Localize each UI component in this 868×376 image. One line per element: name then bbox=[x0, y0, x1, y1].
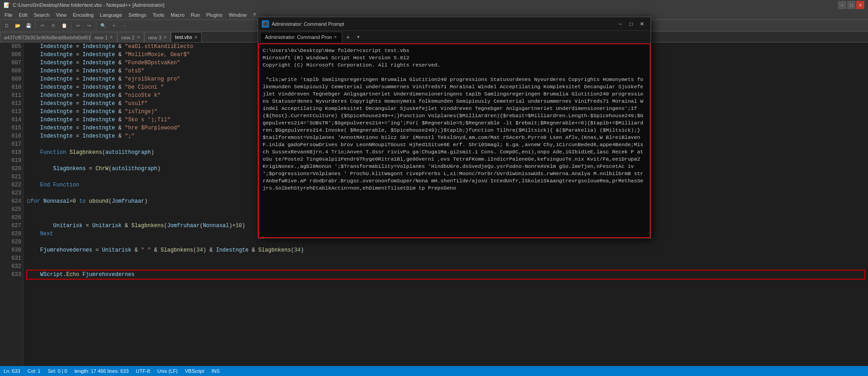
toolbar-sep-1 bbox=[35, 22, 36, 30]
status-sel: Sel: 0 | 0 bbox=[47, 368, 67, 374]
close-button[interactable]: ✕ bbox=[856, 1, 864, 9]
line-num-611: 611 bbox=[4, 91, 21, 100]
line-num-619: 619 bbox=[4, 157, 21, 165]
menu-encoding[interactable]: Encoding bbox=[70, 11, 96, 19]
code-line-632 bbox=[27, 262, 864, 271]
cmd-tab-main[interactable]: Administrator: Command Pron ✕ bbox=[260, 32, 342, 43]
tab-new3-label: new 3 bbox=[148, 35, 161, 40]
toolbar-sep-2 bbox=[71, 22, 71, 30]
line-num-627: 627 bbox=[4, 222, 21, 230]
tab-new3-close[interactable]: ✕ bbox=[163, 35, 167, 40]
tab-new1-label: new 1 bbox=[94, 35, 108, 40]
line-num-605: 605 bbox=[4, 43, 21, 51]
tab-testvbs-close[interactable]: ✕ bbox=[194, 35, 198, 40]
cmd-maximize-button[interactable]: □ bbox=[626, 19, 636, 29]
cmd-tab-dropdown-button[interactable]: ▾ bbox=[354, 33, 363, 42]
code-line-633: WScript.Echo Fjumrehovedernes bbox=[27, 271, 864, 279]
save-button[interactable]: 💾 bbox=[24, 21, 33, 31]
status-line: Ln: 633 bbox=[4, 368, 20, 374]
menu-settings[interactable]: Settings bbox=[126, 11, 149, 19]
cmd-window: ⬛ Administrator: Command Prompt − □ ✕ Ad… bbox=[258, 17, 651, 238]
paste-button[interactable]: 📋 bbox=[59, 21, 69, 31]
cmd-title-left: ⬛ Administrator: Command Prompt bbox=[262, 20, 344, 28]
tab-testvbs[interactable]: test.vbs ✕ bbox=[171, 32, 202, 42]
cmd-line-4 bbox=[263, 69, 646, 76]
line-num-621: 621 bbox=[4, 173, 21, 181]
status-bar: Ln: 633 Col: 1 Sel: 0 | 0 length: 17 466… bbox=[0, 366, 868, 376]
line-num-618: 618 bbox=[4, 148, 21, 157]
title-bar-left: 📝 C:\Users\0x\Desktop\New folder\test.vb… bbox=[4, 2, 165, 8]
line-num-607: 607 bbox=[4, 59, 21, 67]
toolbar-sep-3 bbox=[96, 22, 96, 30]
line-num-606: 606 bbox=[4, 51, 21, 59]
cmd-new-tab-button[interactable]: + bbox=[343, 32, 353, 42]
line-num-610: 610 bbox=[4, 83, 21, 91]
tab-ps1[interactable]: a437cf672b353e906d8eddfbeb9d0ef01f11fa1f… bbox=[0, 32, 90, 42]
tab-new2-close[interactable]: ✕ bbox=[137, 35, 140, 40]
menu-plugins[interactable]: Plugins bbox=[203, 11, 225, 19]
line-num-628: 628 bbox=[4, 230, 21, 238]
tab-ps1-label: a437cf672b353e906d8eddfbeb9d0ef01f11fa1f… bbox=[4, 35, 90, 40]
open-button[interactable]: 📂 bbox=[13, 21, 23, 31]
line-num-617: 617 bbox=[4, 140, 21, 148]
line-num-620: 620 bbox=[4, 165, 21, 173]
zoom-out-button[interactable]: - bbox=[120, 21, 130, 31]
line-num-624: 624 bbox=[4, 197, 21, 205]
cmd-tab-close-icon[interactable]: ✕ bbox=[334, 35, 337, 39]
menu-file[interactable]: File bbox=[2, 11, 15, 19]
line-num-623: 623 bbox=[4, 189, 21, 197]
window-title: C:\Users\0x\Desktop\New folder\test.vbs … bbox=[13, 2, 165, 8]
code-line-630: Fjumrehovedernes = Unitarisk & " " & Sla… bbox=[27, 246, 864, 254]
cmd-line-2: Microsoft (R) Windows Script Host Versio… bbox=[263, 54, 646, 62]
tab-new1-close[interactable]: ✕ bbox=[109, 35, 113, 40]
line-numbers: 605 606 607 608 609 610 611 612 613 614 … bbox=[0, 43, 24, 376]
cmd-line-1: C:\Users\0x\Desktop\New folder>cscript t… bbox=[263, 47, 646, 54]
tab-new3[interactable]: new 3 ✕ bbox=[144, 32, 171, 42]
tab-new2[interactable]: new 2 ✕ bbox=[117, 32, 144, 42]
menu-language[interactable]: Language bbox=[97, 11, 125, 19]
menu-view[interactable]: View bbox=[53, 11, 70, 19]
tab-new1[interactable]: new 1 ✕ bbox=[90, 32, 117, 42]
status-col: Col: 1 bbox=[28, 368, 41, 374]
line-num-631: 631 bbox=[4, 254, 21, 262]
menu-window[interactable]: Window bbox=[226, 11, 249, 19]
redo-button[interactable]: ↪ bbox=[84, 21, 94, 31]
line-num-622: 622 bbox=[4, 181, 21, 189]
menu-tools[interactable]: Tools bbox=[150, 11, 167, 19]
zoom-in-button[interactable]: + bbox=[109, 21, 119, 31]
cmd-line-3: Copyright (C) Microsoft Corporation. All… bbox=[263, 62, 646, 69]
status-encoding: UTF-8 bbox=[136, 368, 150, 374]
cmd-title-bar: ⬛ Administrator: Command Prompt − □ ✕ bbox=[258, 17, 651, 31]
line-num-632: 632 bbox=[4, 262, 21, 271]
menu-macro[interactable]: Macro bbox=[168, 11, 187, 19]
cut-button[interactable]: ✂ bbox=[38, 21, 47, 31]
line-num-608: 608 bbox=[4, 67, 21, 75]
cmd-minimize-button[interactable]: − bbox=[615, 19, 625, 29]
status-length: length: 17 466 lines: 633 bbox=[75, 368, 129, 374]
minimize-button[interactable]: − bbox=[838, 1, 846, 9]
new-button[interactable]: 🗋 bbox=[2, 21, 12, 31]
title-bar-controls: − □ ✕ bbox=[838, 1, 864, 9]
cmd-controls: − □ ✕ bbox=[615, 19, 647, 29]
line-num-629: 629 bbox=[4, 238, 21, 246]
code-line-631 bbox=[27, 254, 864, 262]
cmd-line-5: "cls;write 'taplb Samlingsregeringen Bru… bbox=[263, 76, 646, 192]
tab-new2-label: new 2 bbox=[121, 35, 134, 40]
cmd-body: C:\Users\0x\Desktop\New folder>cscript t… bbox=[258, 43, 651, 238]
cmd-tab-label: Administrator: Command Pron bbox=[265, 34, 332, 40]
find-button[interactable]: 🔍 bbox=[98, 21, 108, 31]
menu-run[interactable]: Run bbox=[188, 11, 203, 19]
cmd-close-button[interactable]: ✕ bbox=[637, 19, 647, 29]
line-num-612: 612 bbox=[4, 100, 21, 108]
menu-search[interactable]: Search bbox=[31, 11, 52, 19]
line-num-615: 615 bbox=[4, 124, 21, 132]
line-num-616: 616 bbox=[4, 132, 21, 140]
line-num-625: 625 bbox=[4, 205, 21, 214]
code-line-629 bbox=[27, 238, 864, 246]
menu-help[interactable]: ? bbox=[250, 11, 258, 19]
undo-button[interactable]: ↩ bbox=[73, 21, 83, 31]
cmd-tabs-bar: Administrator: Command Pron ✕ + ▾ bbox=[258, 31, 651, 43]
menu-edit[interactable]: Edit bbox=[16, 11, 30, 19]
maximize-button[interactable]: □ bbox=[847, 1, 855, 9]
copy-button[interactable]: ⎘ bbox=[48, 21, 58, 31]
